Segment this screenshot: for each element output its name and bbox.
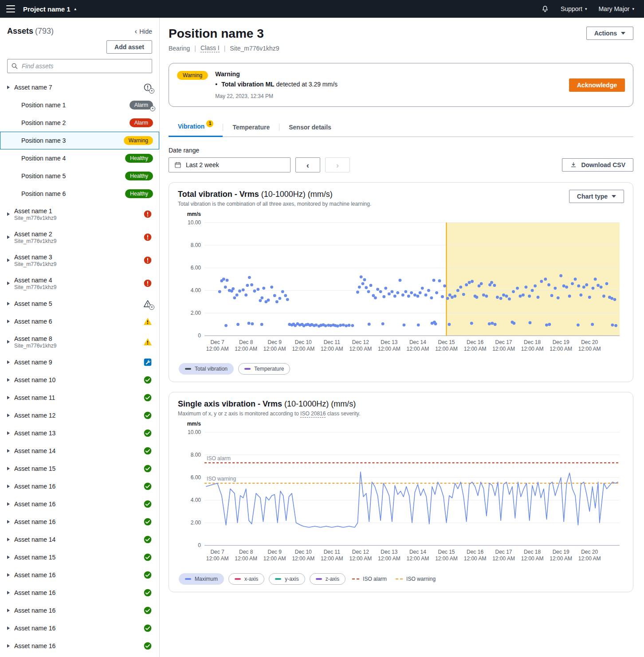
chart-type-button[interactable]: Chart type [569,190,624,203]
asset-row[interactable]: Asset name 15 [0,548,159,566]
asset-row[interactable]: Asset name 6 [0,313,159,330]
asset-name: Asset name 16 [14,642,143,649]
main-content: Position name 3 Actions Bearing | Class … [160,18,644,657]
expand-caret-icon[interactable] [7,485,10,488]
position-row[interactable]: Position name 5Healthy [0,167,159,185]
bullet: • [215,81,217,88]
legend-iso-alarm[interactable]: ISO alarm [350,573,389,585]
asset-row[interactable]: Asset name 1Site_m776v1khz9 [0,203,159,226]
asset-row[interactable]: Asset name 9 [0,353,159,371]
acknowledge-button[interactable]: Acknowledge [569,78,625,92]
asset-row[interactable]: Asset name 16 [0,513,159,531]
asset-row[interactable]: Asset name 16 [0,566,159,584]
asset-row[interactable]: Asset name 12 [0,407,159,424]
legend-temperature[interactable]: Temperature [238,363,290,375]
asset-row[interactable]: Asset name 4Site_m776v1khz9 [0,272,159,295]
class-info-link[interactable]: Class I [200,44,220,52]
expand-caret-icon[interactable] [7,609,10,612]
search-input[interactable] [7,59,152,73]
svg-text:Dec 20: Dec 20 [581,549,598,555]
legend-z-axis[interactable]: z-axis [310,573,346,585]
asset-row[interactable]: Asset name 16 [0,495,159,513]
expand-caret-icon[interactable] [7,414,10,417]
position-row[interactable]: Position name 3Warning [0,132,159,149]
expand-caret-icon[interactable] [7,591,10,594]
add-asset-button[interactable]: Add asset [106,40,152,54]
asset-name: Asset name 14 [14,447,143,454]
iso-standard-link[interactable]: ISO 20816 [300,411,326,418]
expand-caret-icon[interactable] [7,340,10,344]
asset-row[interactable]: Asset name 8Site_m776v1khz9 [0,330,159,353]
expand-caret-icon[interactable] [7,538,10,541]
asset-row[interactable]: Asset name 7× [0,78,159,96]
date-range-select[interactable]: Last 2 week [169,157,291,172]
legend-iso-warning[interactable]: ISO warning [393,573,438,585]
expand-caret-icon[interactable] [7,320,10,323]
expand-caret-icon[interactable] [7,378,10,382]
download-csv-button[interactable]: Download CSV [562,158,633,172]
expand-caret-icon[interactable] [7,626,10,630]
expand-caret-icon[interactable] [7,573,10,577]
single-axis-plot[interactable]: 02.004.006.008.0010.00mm/sDec 712:00 AMD… [178,421,624,568]
hide-panel-link[interactable]: ‹ Hide [135,27,152,35]
expand-caret-icon[interactable] [7,212,10,216]
tab-temperature[interactable]: Temperature [223,119,279,137]
expand-caret-icon[interactable] [7,302,10,305]
expand-caret-icon[interactable] [7,431,10,435]
expand-caret-icon[interactable] [7,258,10,262]
asset-row[interactable]: Asset name 10 [0,371,159,389]
tab-vibration[interactable]: Vibration1 [169,118,223,137]
severity-badge: Healthy [125,172,153,180]
legend-y-axis[interactable]: y-axis [269,573,305,585]
support-menu[interactable]: Support▾ [561,5,587,12]
previous-period-button[interactable]: ‹ [295,157,320,172]
asset-row[interactable]: Asset name 3Site_m776v1khz9 [0,249,159,272]
next-period-button[interactable]: › [325,157,350,172]
user-menu[interactable]: Mary Major▾ [598,5,634,12]
expand-caret-icon[interactable] [7,282,10,285]
position-row[interactable]: Position name 4Healthy [0,149,159,167]
asset-name: Asset name 7 [14,84,143,91]
asset-row[interactable]: Asset name 16 [0,637,159,655]
status-healthy-icon [143,500,152,508]
asset-row[interactable]: Asset name 5× [0,295,159,313]
legend-maximum[interactable]: Maximum [179,573,224,585]
asset-row[interactable]: Asset name 15 [0,460,159,477]
svg-text:12:00 AM: 12:00 AM [292,556,314,562]
expand-caret-icon[interactable] [7,396,10,399]
expand-caret-icon[interactable] [7,86,10,89]
asset-row[interactable]: Asset name 16 [0,602,159,619]
svg-text:Dec 9: Dec 9 [268,549,282,555]
project-name-menu[interactable]: Project name 1 ▲ [23,5,77,13]
asset-row[interactable]: Asset name 14 [0,442,159,460]
assets-count: (793) [35,27,54,35]
asset-row[interactable]: Asset name 14 [0,531,159,548]
total-vibration-plot[interactable]: 02.004.006.008.0010.00mm/sDec 712:00 AMD… [178,211,624,359]
single-axis-chart[interactable]: 02.004.006.008.0010.00mm/sDec 712:00 AMD… [178,421,624,568]
expand-caret-icon[interactable] [7,360,10,364]
menu-icon[interactable] [6,5,15,12]
asset-row[interactable]: Asset name 16 [0,584,159,602]
asset-row[interactable]: Asset name 2Site_m776v1khz9 [0,226,159,249]
position-row[interactable]: Position name 1Alarm× [0,96,159,114]
asset-row[interactable]: Asset name 11 [0,389,159,407]
expand-caret-icon[interactable] [7,644,10,648]
legend-total-vibration[interactable]: Total vibration [179,363,234,375]
tab-sensor-details[interactable]: Sensor details [279,119,341,137]
expand-caret-icon[interactable] [7,520,10,524]
asset-row[interactable]: Asset name 13 [0,424,159,442]
legend-x-axis[interactable]: x-axis [228,573,264,585]
expand-caret-icon[interactable] [7,467,10,470]
total-vibration-chart[interactable]: 02.004.006.008.0010.00mm/sDec 712:00 AMD… [178,211,624,359]
expand-caret-icon[interactable] [7,235,10,239]
expand-caret-icon[interactable] [7,555,10,559]
expand-caret-icon[interactable] [7,449,10,453]
asset-row[interactable]: Asset name 16 [0,619,159,637]
asset-row[interactable]: Asset name 16 [0,477,159,495]
expand-caret-icon[interactable] [7,502,10,506]
notifications-icon[interactable] [541,5,549,13]
position-name: Position name 5 [21,172,125,180]
position-row[interactable]: Position name 6Healthy [0,185,159,203]
actions-button[interactable]: Actions [586,27,633,40]
position-row[interactable]: Position name 2Alarm [0,114,159,132]
